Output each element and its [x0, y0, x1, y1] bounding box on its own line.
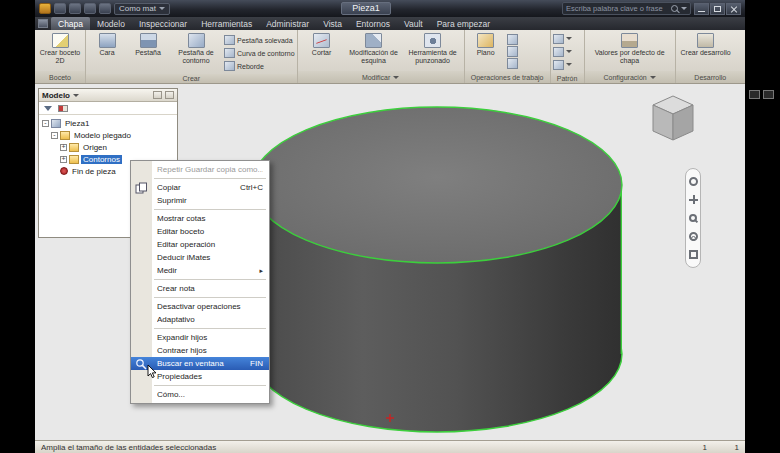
- flat-pattern-icon: [697, 33, 714, 48]
- app-menu-icon[interactable]: [39, 3, 51, 14]
- face-button[interactable]: Cara: [88, 32, 126, 58]
- menu-item-label: Crear nota: [157, 284, 263, 293]
- status-count-1: 1: [675, 443, 707, 452]
- corner-edit-button[interactable]: Modificación de esquina: [346, 32, 402, 65]
- status-message: Amplia el tamaño de las entidades selecc…: [41, 443, 675, 452]
- menu-item-contraer-hijos[interactable]: Contraer hijos: [131, 344, 269, 357]
- tab-inspeccionar[interactable]: Inspeccionar: [132, 17, 194, 30]
- bookmark-icon[interactable]: [58, 105, 68, 112]
- work-point-icon[interactable]: [507, 46, 518, 57]
- menu-item-adaptativo[interactable]: Adaptativo: [131, 313, 269, 326]
- undo-icon[interactable]: [84, 3, 96, 14]
- flange-icon: [140, 33, 157, 48]
- menu-item-editar-boceto[interactable]: Editar boceto: [131, 225, 269, 238]
- tab-chapa[interactable]: Chapa: [51, 17, 90, 30]
- look-at-icon[interactable]: [689, 250, 698, 259]
- tree-item-pieza1[interactable]: Pieza1: [39, 117, 177, 129]
- sheet-metal-defaults-icon: [621, 33, 638, 48]
- plane-button[interactable]: Plano: [467, 32, 505, 58]
- collapse-icon[interactable]: [51, 132, 58, 139]
- tab-herramientas[interactable]: Herramientas: [194, 17, 259, 30]
- child-minimize-icon[interactable]: [749, 90, 760, 99]
- menu-item-suprimir[interactable]: Suprimir: [131, 194, 269, 207]
- redo-icon[interactable]: [99, 3, 111, 14]
- expand-icon[interactable]: [60, 144, 67, 151]
- search-icon[interactable]: [671, 5, 678, 12]
- ribbon-options-icon[interactable]: [38, 19, 48, 28]
- tab-vista[interactable]: Vista: [316, 17, 349, 30]
- chevron-down-icon: [566, 50, 572, 53]
- plane-label: Plano: [477, 49, 495, 57]
- circular-pattern-button[interactable]: [553, 45, 572, 58]
- search-input[interactable]: [566, 4, 668, 13]
- menu-separator: [154, 209, 266, 210]
- contour-roll-button[interactable]: Curva de contorno: [224, 47, 295, 59]
- ucs-icon[interactable]: [507, 58, 518, 69]
- browser-dock-icon[interactable]: [153, 91, 162, 99]
- chevron-down-icon[interactable]: [681, 7, 687, 10]
- tab-para-empezar[interactable]: Para empezar: [430, 17, 497, 30]
- panel-body: Plano: [465, 30, 550, 71]
- panel-label-modificar[interactable]: Modificar: [298, 71, 464, 83]
- panel-body: Cortar Modificación de esquina Herramien…: [298, 30, 464, 71]
- view-cube[interactable]: [647, 90, 699, 148]
- maximize-button[interactable]: [710, 3, 725, 15]
- hem-button[interactable]: Reborde: [224, 60, 295, 72]
- tab-modelo[interactable]: Modelo: [90, 17, 132, 30]
- cut-button[interactable]: Cortar: [300, 32, 344, 58]
- browser-header[interactable]: Modelo: [39, 89, 177, 102]
- menu-item-crear-nota[interactable]: Crear nota: [131, 282, 269, 295]
- tree-item-label: Modelo plegado: [72, 131, 133, 140]
- panel-label-configuracion[interactable]: Configuración: [585, 71, 675, 83]
- close-button[interactable]: [726, 3, 741, 15]
- contour-flange-button[interactable]: Pestaña de contorno: [170, 32, 222, 65]
- ribbon: Crear boceto 2D Boceto Cara Pestaña: [35, 30, 745, 84]
- panel-label-text: Operaciones de trabajo: [471, 74, 544, 81]
- create-flat-pattern-button[interactable]: Crear desarrollo: [678, 32, 734, 58]
- tab-vault[interactable]: Vault: [397, 17, 430, 30]
- punch-tool-button[interactable]: Herramienta de punzonado: [404, 32, 462, 65]
- viewport[interactable]: Modelo Pieza1: [35, 84, 745, 440]
- menu-item-deducir-imates[interactable]: Deducir iMates: [131, 251, 269, 264]
- menu-item-label: Medir: [157, 266, 253, 275]
- tab-administrar[interactable]: Administrar: [259, 17, 316, 30]
- tree-item-origen[interactable]: Origen: [39, 141, 177, 153]
- small-buttons-column: Pestaña solevada Curva de contorno Rebor…: [224, 32, 295, 72]
- mirror-button[interactable]: [553, 58, 572, 71]
- pan-icon[interactable]: [689, 195, 698, 204]
- tree-item-modelo-plegado[interactable]: Modelo plegado: [39, 129, 177, 141]
- menu-item-expandir-hijos[interactable]: Expandir hijos: [131, 331, 269, 344]
- create-sketch-button[interactable]: Crear boceto 2D: [37, 32, 83, 65]
- work-axis-icon[interactable]: [507, 34, 518, 45]
- menu-item-medir[interactable]: Medir ▸: [131, 264, 269, 277]
- menu-item-copiar[interactable]: Copiar Ctrl+C: [131, 181, 269, 194]
- expand-icon[interactable]: [60, 156, 67, 163]
- material-dropdown[interactable]: Como mat: [114, 3, 170, 15]
- zoom-icon[interactable]: [689, 214, 697, 222]
- panel-label-text: Boceto: [49, 74, 71, 81]
- save-icon[interactable]: [69, 3, 81, 14]
- collapse-icon[interactable]: [42, 120, 49, 127]
- menu-item-mostrar-cotas[interactable]: Mostrar cotas: [131, 212, 269, 225]
- ribbon-panel-desarrollo: Crear desarrollo Desarrollo: [676, 30, 745, 83]
- menu-item-label: Contraer hijos: [157, 346, 263, 355]
- cylinder-top-face[interactable]: [252, 107, 622, 263]
- browser-close-icon[interactable]: [165, 91, 174, 99]
- flange-button[interactable]: Pestaña: [128, 32, 168, 58]
- menu-item-label: Desactivar operaciones: [157, 302, 263, 311]
- orbit-icon[interactable]: [689, 232, 698, 241]
- sheet-metal-defaults-button[interactable]: Valores por defecto de chapa: [587, 32, 673, 65]
- navigation-bar: [685, 168, 701, 268]
- menu-item-como[interactable]: Cómo...: [131, 388, 269, 401]
- new-file-icon[interactable]: [54, 3, 66, 14]
- menu-item-editar-operacion[interactable]: Editar operación: [131, 238, 269, 251]
- minimize-button[interactable]: [694, 3, 709, 15]
- lofted-flange-button[interactable]: Pestaña solevada: [224, 34, 295, 46]
- filter-icon[interactable]: [44, 106, 52, 111]
- help-search-box[interactable]: [562, 2, 691, 15]
- menu-item-desactivar-operaciones[interactable]: Desactivar operaciones: [131, 300, 269, 313]
- tab-entornos[interactable]: Entornos: [349, 17, 397, 30]
- rectangular-pattern-button[interactable]: [553, 32, 572, 45]
- steering-wheel-icon[interactable]: [689, 177, 698, 186]
- child-restore-icon[interactable]: [763, 90, 774, 99]
